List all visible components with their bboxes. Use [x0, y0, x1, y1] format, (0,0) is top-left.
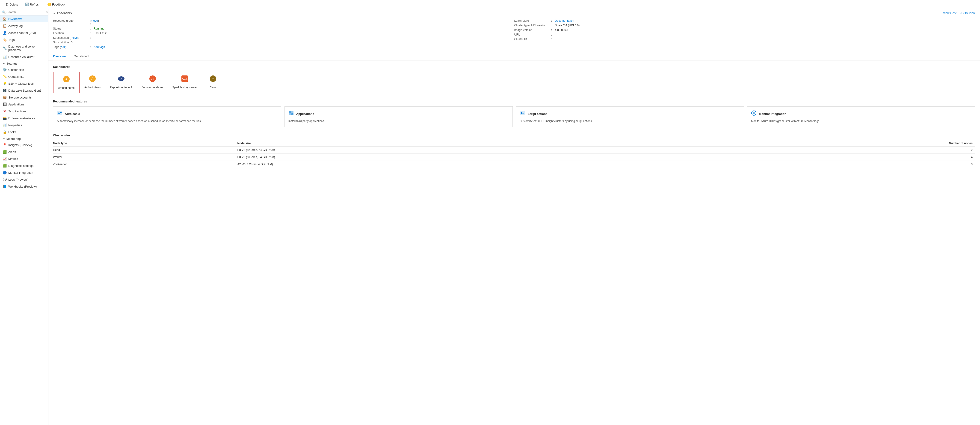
resource-group-move-link[interactable]: move [91, 19, 98, 22]
feedback-button[interactable]: 😊 Feedback [45, 2, 68, 7]
sidebar-item-monitor-integration[interactable]: 🔵 Monitor integration [0, 169, 48, 176]
monitor-integration-rec-icon [751, 110, 757, 117]
yarn-label: Yarn [210, 86, 216, 89]
add-tags-link[interactable]: Add tags [94, 45, 105, 49]
dashboard-item-ambari-views[interactable]: A Ambari views [80, 72, 105, 92]
toolbar: 🗑 Delete 🔄 Refresh 😊 Feedback [0, 0, 980, 9]
rec-card-applications[interactable]: Applications Install third party applica… [285, 106, 513, 127]
dashboard-item-zeppelin-notebook[interactable]: Z Zeppelin notebook [105, 72, 137, 92]
sidebar-item-access-control[interactable]: 👤 Access control (IAM) [0, 29, 48, 36]
sidebar-item-logs-preview[interactable]: 💬 Logs (Preview) [0, 176, 48, 183]
tab-get-started[interactable]: Get started [74, 52, 92, 60]
rec-card-script-actions[interactable]: Script actions Customize Azure HDInsight… [516, 106, 744, 127]
sidebar-item-data-lake-storage[interactable]: 🗄️ Data Lake Storage Gen1 [0, 87, 48, 94]
feedback-icon: 😊 [47, 3, 51, 6]
content-area: ⌄ Essentials View Cost JSON View Resourc… [48, 9, 980, 425]
diagnose-icon: 🔧 [3, 46, 6, 50]
resource-visualizer-icon: 📊 [3, 55, 6, 59]
sidebar-item-locks[interactable]: 🔒 Locks [0, 128, 48, 136]
subscription-row: Subscription (move) : [53, 36, 514, 40]
dashboard-item-yarn[interactable]: Y Yarn [202, 72, 224, 92]
sidebar-item-storage-accounts[interactable]: 📦 Storage accounts [0, 94, 48, 101]
sidebar-item-metrics[interactable]: 📈 Metrics [0, 155, 48, 162]
sidebar-item-properties[interactable]: 📊 Properties [0, 121, 48, 128]
url-row: URL : [514, 33, 975, 36]
node-type-head: Head [53, 147, 237, 154]
ambari-views-icon: A [89, 75, 96, 84]
svg-rect-17 [291, 113, 293, 115]
location-row: Location : East US 2 [53, 32, 514, 35]
sidebar-item-insights[interactable]: 📍 Insights (Preview) [0, 141, 48, 149]
essentials-left-col: Resource group (move) : Status : Running… [53, 19, 514, 49]
applications-icon: 🔲 [3, 102, 6, 106]
ambari-home-label: Ambari home [58, 86, 75, 89]
image-version-row: Image version : 4.0.3000.1 [514, 29, 975, 32]
monitoring-section-header[interactable]: ▼ Monitoring [0, 136, 48, 141]
quota-limits-icon: 📏 [3, 75, 6, 78]
tab-overview[interactable]: Overview [53, 52, 70, 60]
auto-scale-icon [57, 110, 62, 117]
diagnostic-settings-icon: 🟩 [3, 164, 6, 168]
sidebar-item-resource-visualizer[interactable]: 📊 Resource visualizer [0, 53, 48, 60]
sidebar-item-workbooks-preview[interactable]: 📘 Workbooks (Preview) [0, 183, 48, 190]
external-metastores-icon: 🗃️ [3, 116, 6, 120]
learn-more-row: Learn More : Documentation [514, 19, 975, 22]
ambari-home-icon: A [63, 75, 70, 85]
script-actions-rec-title: Script actions [528, 112, 547, 116]
sidebar-item-activity-log[interactable]: 📋 Activity log [0, 22, 48, 29]
table-row: Zookeeper A2 v2 (2 Cores, 4 GB RAM) 3 [53, 161, 975, 168]
rec-card-auto-scale-header: Auto scale [57, 110, 277, 117]
node-count-head: 2 [683, 147, 975, 154]
sidebar-item-quota-limits[interactable]: 📏 Quota limits [0, 73, 48, 80]
tags-row: Tags (edit) : Add tags [53, 45, 514, 49]
sidebar-item-script-actions[interactable]: ✖ Script actions [0, 108, 48, 115]
sidebar-item-cluster-size[interactable]: ⚙️ Cluster size [0, 66, 48, 73]
delete-button[interactable]: 🗑 Delete [3, 2, 21, 7]
settings-section-header[interactable]: ▼ Settings [0, 60, 48, 66]
sidebar-item-diagnose[interactable]: 🔧 Diagnose and solve problems [0, 43, 48, 53]
overview-content: Dashboards A Ambari home A Ambari views [48, 61, 980, 173]
monitor-integration-icon: 🔵 [3, 171, 6, 174]
rec-card-auto-scale[interactable]: Auto scale Automatically increase or dec… [53, 106, 281, 127]
spark-history-server-icon: Spark [181, 75, 188, 84]
search-icon: 🔍 [2, 10, 6, 14]
svg-text:Ju: Ju [151, 77, 154, 80]
properties-icon: 📊 [3, 123, 6, 127]
view-cost-link[interactable]: View Cost [943, 11, 956, 15]
sidebar-item-overview[interactable]: 🏠 Overview [0, 16, 48, 22]
rec-card-monitor-integration[interactable]: Monitor integration Monitor Azure HDInsi… [747, 106, 975, 127]
search-input[interactable] [6, 10, 45, 14]
script-actions-rec-icon [520, 110, 525, 117]
subscription-move-link[interactable]: move [70, 36, 78, 40]
dashboard-item-spark-history-server[interactable]: Spark Spark history server [168, 72, 202, 92]
yarn-icon: Y [209, 75, 217, 84]
zeppelin-notebook-label: Zeppelin notebook [110, 86, 133, 89]
main-layout: 🔍 ✕ ◀ 🏠 Overview 📋 Activity log 👤 Access… [0, 9, 980, 425]
dashboard-item-ambari-home[interactable]: A Ambari home [53, 72, 80, 93]
sidebar-item-ssh-cluster-login[interactable]: 💡 SSH + Cluster login [0, 80, 48, 87]
tags-edit-link[interactable]: edit [61, 45, 65, 49]
refresh-button[interactable]: 🔄 Refresh [22, 2, 43, 7]
dashboards-title: Dashboards [53, 65, 975, 69]
applications-rec-desc: Install third party applications. [288, 119, 509, 123]
node-size-head: E8 V3 (8 Cores, 64 GB RAM) [237, 147, 683, 154]
sidebar-item-tags[interactable]: 🏷️ Tags [0, 36, 48, 43]
close-icon[interactable]: ✕ [46, 10, 48, 14]
documentation-link[interactable]: Documentation [555, 19, 574, 22]
activity-log-icon: 📋 [3, 24, 6, 28]
sidebar-item-external-metastores[interactable]: 🗃️ External metastores [0, 115, 48, 121]
svg-rect-14 [289, 111, 291, 113]
rec-card-applications-header: Applications [288, 110, 509, 117]
svg-text:Y: Y [212, 77, 214, 80]
cluster-size-title: Cluster size [53, 134, 975, 137]
essentials-grid: Resource group (move) : Status : Running… [48, 17, 980, 52]
sidebar-item-alerts[interactable]: 🟩 Alerts [0, 149, 48, 155]
json-view-link[interactable]: JSON View [960, 11, 975, 15]
dashboard-item-jupyter-notebook[interactable]: Ju Jupyter notebook [137, 72, 168, 92]
svg-rect-18 [520, 111, 525, 115]
sidebar-item-diagnostic-settings[interactable]: 🟩 Diagnostic settings [0, 162, 48, 169]
auto-scale-title: Auto scale [65, 112, 80, 116]
table-row: Head E8 V3 (8 Cores, 64 GB RAM) 2 [53, 147, 975, 154]
refresh-icon: 🔄 [25, 3, 29, 6]
sidebar-item-applications[interactable]: 🔲 Applications [0, 101, 48, 108]
